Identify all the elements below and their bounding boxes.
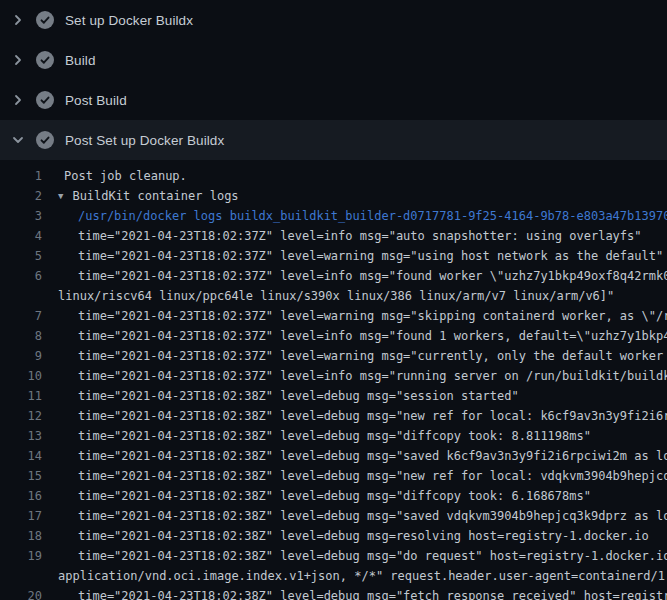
log-line-number[interactable]: 10 xyxy=(0,366,42,386)
log-line-text: time="2021-04-23T18:02:37Z" level=warnin… xyxy=(58,346,667,366)
step-header-post-build[interactable]: Post Build xyxy=(0,80,667,120)
step-label: Post Set up Docker Buildx xyxy=(65,133,224,148)
log-panel: 1 Post job cleanup. 2 ▼BuildKit containe… xyxy=(0,160,667,600)
log-line-number[interactable]: 20 xyxy=(0,586,42,600)
log-line-number xyxy=(0,566,42,586)
log-line-number[interactable]: 15 xyxy=(0,466,42,486)
log-group-toggle[interactable]: ▼BuildKit container logs xyxy=(58,186,239,206)
log-line-text: time="2021-04-23T18:02:38Z" level=debug … xyxy=(58,406,667,426)
log-line: 6 time="2021-04-23T18:02:37Z" level=info… xyxy=(0,266,667,286)
triangle-down-icon: ▼ xyxy=(58,186,63,206)
log-line: 7 time="2021-04-23T18:02:37Z" level=warn… xyxy=(0,306,667,326)
log-line-text: time="2021-04-23T18:02:38Z" level=debug … xyxy=(58,466,667,486)
chevron-right-icon xyxy=(10,12,26,28)
log-line: 14 time="2021-04-23T18:02:38Z" level=deb… xyxy=(0,446,667,466)
log-line-text: Post job cleanup. xyxy=(58,166,187,186)
log-line-number[interactable]: 5 xyxy=(0,246,42,266)
log-line: 12 time="2021-04-23T18:02:38Z" level=deb… xyxy=(0,406,667,426)
log-line: 19 time="2021-04-23T18:02:38Z" level=deb… xyxy=(0,546,667,566)
log-line: 17 time="2021-04-23T18:02:38Z" level=deb… xyxy=(0,506,667,526)
log-line: 18 time="2021-04-23T18:02:38Z" level=deb… xyxy=(0,526,667,546)
log-line-number[interactable]: 17 xyxy=(0,506,42,526)
log-line-text: time="2021-04-23T18:02:38Z" level=debug … xyxy=(58,506,667,526)
log-line-text: time="2021-04-23T18:02:37Z" level=info m… xyxy=(58,366,667,386)
log-command-text: /usr/bin/docker logs buildx_buildkit_bui… xyxy=(58,206,667,226)
log-line-number[interactable]: 12 xyxy=(0,406,42,426)
log-line: 16 time="2021-04-23T18:02:38Z" level=deb… xyxy=(0,486,667,506)
log-line-number[interactable]: 4 xyxy=(0,226,42,246)
log-line-text: time="2021-04-23T18:02:38Z" level=debug … xyxy=(58,386,519,406)
log-line-number[interactable]: 1 xyxy=(0,166,42,186)
log-line-text: time="2021-04-23T18:02:38Z" level=debug … xyxy=(58,526,649,546)
log-line-text: time="2021-04-23T18:02:38Z" level=debug … xyxy=(58,486,591,506)
log-line: 10 time="2021-04-23T18:02:37Z" level=inf… xyxy=(0,366,667,386)
log-line-number[interactable]: 18 xyxy=(0,526,42,546)
log-line-text: application/vnd.oci.image.index.v1+json,… xyxy=(58,566,667,586)
log-line-number[interactable]: 13 xyxy=(0,426,42,446)
log-line-text: time="2021-04-23T18:02:38Z" level=debug … xyxy=(58,446,667,466)
log-line-number[interactable]: 11 xyxy=(0,386,42,406)
log-line-number[interactable]: 14 xyxy=(0,446,42,466)
step-header-set-up-docker-buildx[interactable]: Set up Docker Buildx xyxy=(0,0,667,40)
log-line: application/vnd.oci.image.index.v1+json,… xyxy=(0,566,667,586)
actions-log-viewer: { "colors": { "page_bg": "#0b0e14", "exp… xyxy=(0,0,667,600)
log-line: 13 time="2021-04-23T18:02:38Z" level=deb… xyxy=(0,426,667,446)
log-line-text: time="2021-04-23T18:02:38Z" level=debug … xyxy=(58,546,667,566)
log-line-text: time="2021-04-23T18:02:37Z" level=info m… xyxy=(58,326,667,346)
log-line-text: time="2021-04-23T18:02:38Z" level=debug … xyxy=(58,426,591,446)
check-circle-icon xyxy=(36,51,54,69)
chevron-right-icon xyxy=(10,92,26,108)
log-line-number[interactable]: 8 xyxy=(0,326,42,346)
log-line: 11 time="2021-04-23T18:02:38Z" level=deb… xyxy=(0,386,667,406)
steps-list: Set up Docker Buildx Build Post Build Po… xyxy=(0,0,667,160)
chevron-down-icon xyxy=(10,132,26,148)
log-line-number[interactable]: 2 xyxy=(0,186,42,206)
log-line: 4 time="2021-04-23T18:02:37Z" level=info… xyxy=(0,226,667,246)
log-line: linux/riscv64 linux/ppc64le linux/s390x … xyxy=(0,286,667,306)
step-header-post-set-up-docker-buildx[interactable]: Post Set up Docker Buildx xyxy=(0,120,667,160)
check-circle-icon xyxy=(36,131,54,149)
log-line-number[interactable]: 16 xyxy=(0,486,42,506)
log-line: 8 time="2021-04-23T18:02:37Z" level=info… xyxy=(0,326,667,346)
log-line-number[interactable]: 19 xyxy=(0,546,42,566)
log-line-text: linux/riscv64 linux/ppc64le linux/s390x … xyxy=(58,286,614,306)
log-line: 3 /usr/bin/docker logs buildx_buildkit_b… xyxy=(0,206,667,226)
log-line: 2 ▼BuildKit container logs xyxy=(0,186,667,206)
check-circle-icon xyxy=(36,91,54,109)
step-label: Build xyxy=(65,53,96,68)
log-line-number[interactable]: 6 xyxy=(0,266,42,286)
log-line: 5 time="2021-04-23T18:02:37Z" level=warn… xyxy=(0,246,667,266)
chevron-right-icon xyxy=(10,52,26,68)
log-line-text: time="2021-04-23T18:02:37Z" level=info m… xyxy=(58,226,642,246)
log-line-text: time="2021-04-23T18:02:37Z" level=warnin… xyxy=(58,246,663,266)
log-line-number xyxy=(0,286,42,306)
log-group-label: BuildKit container logs xyxy=(72,189,238,203)
step-label: Set up Docker Buildx xyxy=(65,13,193,28)
log-line: 20 time="2021-04-23T18:02:38Z" level=deb… xyxy=(0,586,667,600)
log-line: 15 time="2021-04-23T18:02:38Z" level=deb… xyxy=(0,466,667,486)
step-header-build[interactable]: Build xyxy=(0,40,667,80)
log-line-number[interactable]: 3 xyxy=(0,206,42,226)
log-line-number[interactable]: 9 xyxy=(0,346,42,366)
log-line: 9 time="2021-04-23T18:02:37Z" level=warn… xyxy=(0,346,667,366)
step-label: Post Build xyxy=(65,93,127,108)
log-line: 1 Post job cleanup. xyxy=(0,166,667,186)
log-line-text: time="2021-04-23T18:02:37Z" level=info m… xyxy=(58,266,667,286)
log-line-text: time="2021-04-23T18:02:38Z" level=debug … xyxy=(58,586,667,600)
log-line-number[interactable]: 7 xyxy=(0,306,42,326)
log-line-text: time="2021-04-23T18:02:37Z" level=warnin… xyxy=(58,306,667,326)
check-circle-icon xyxy=(36,11,54,29)
